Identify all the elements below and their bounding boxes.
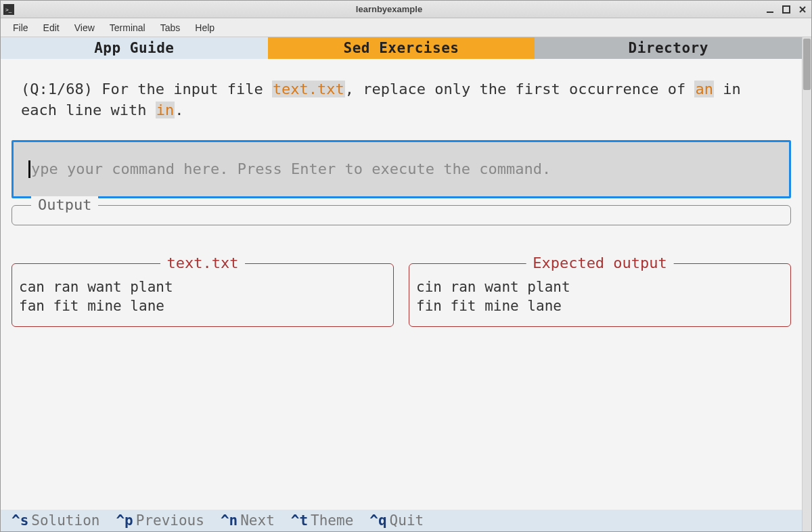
input-file-panel: text.txt can ran want plant fan fit mine…	[12, 263, 394, 328]
menu-view[interactable]: View	[68, 20, 102, 36]
expected-output-legend: Expected output	[526, 254, 674, 271]
expected-output-panel: Expected output cin ran want plant fin f…	[409, 263, 791, 328]
expected-output-content: cin ran want plant fin fit mine lane	[416, 278, 784, 316]
footer-previous[interactable]: ^pPrevious	[116, 512, 204, 529]
menu-terminal[interactable]: Terminal	[103, 20, 152, 36]
command-placeholder: ype your command here. Press Enter to ex…	[31, 160, 551, 177]
svg-rect-2	[767, 12, 773, 13]
footer-bar: ^sSolution ^pPrevious ^nNext ^tTheme ^qQ…	[1, 510, 802, 531]
footer-theme[interactable]: ^tTheme	[291, 512, 354, 529]
window-title: learnbyexample	[18, 4, 760, 14]
tab-app-guide[interactable]: App Guide	[1, 37, 268, 59]
code-filename: text.txt	[272, 81, 345, 97]
question-part: For the input file	[93, 81, 272, 97]
command-input[interactable]: ype your command here. Press Enter to ex…	[12, 140, 791, 198]
kbd-icon: ^t	[291, 512, 308, 529]
footer-label: Quit	[390, 512, 424, 529]
kbd-icon: ^p	[116, 512, 133, 529]
footer-label: Next	[240, 512, 275, 529]
content-area: App Guide Sed Exercises Directory (Q:1/6…	[1, 37, 802, 531]
kbd-icon: ^s	[12, 512, 28, 529]
menu-tabs[interactable]: Tabs	[154, 20, 187, 36]
svg-rect-3	[783, 6, 790, 13]
content-wrap: App Guide Sed Exercises Directory (Q:1/6…	[1, 37, 811, 531]
input-file-content: can ran want plant fan fit mine lane	[19, 278, 386, 316]
titlebar: >_ learnbyexample	[1, 1, 811, 18]
terminal-icon: >_	[3, 4, 14, 15]
minimize-button[interactable]	[764, 3, 776, 16]
question-counter: (Q:1/68)	[21, 81, 93, 97]
menu-edit[interactable]: Edit	[37, 20, 66, 36]
footer-label: Solution	[31, 512, 99, 529]
question-part: , replace only the first occurrence of	[345, 81, 695, 97]
vertical-scrollbar[interactable]	[802, 37, 811, 531]
maximize-button[interactable]	[780, 3, 792, 16]
text-cursor-icon	[28, 160, 30, 178]
footer-label: Previous	[136, 512, 204, 529]
tab-sed-exercises[interactable]: Sed Exercises	[268, 37, 535, 59]
code-pattern-to: in	[156, 102, 175, 118]
menubar: File Edit View Terminal Tabs Help	[1, 18, 811, 37]
spacer	[1, 327, 802, 510]
tab-directory[interactable]: Directory	[535, 37, 802, 59]
question-text: (Q:1/68) For the input file text.txt, re…	[1, 59, 802, 133]
footer-solution[interactable]: ^sSolution	[12, 512, 99, 529]
menu-file[interactable]: File	[6, 20, 35, 36]
question-part: .	[175, 102, 183, 118]
scrollbar-thumb[interactable]	[803, 39, 811, 90]
close-button[interactable]	[796, 3, 809, 16]
footer-label: Theme	[311, 512, 353, 529]
io-row: text.txt can ran want plant fan fit mine…	[12, 263, 791, 328]
command-input-wrap: ype your command here. Press Enter to ex…	[12, 140, 791, 198]
svg-text:>_: >_	[5, 7, 12, 13]
code-pattern-from: an	[694, 81, 714, 97]
output-legend: Output	[31, 196, 98, 213]
input-file-legend: text.txt	[160, 254, 246, 271]
output-panel: Output	[12, 205, 791, 225]
footer-quit[interactable]: ^qQuit	[369, 512, 424, 529]
menu-help[interactable]: Help	[188, 20, 221, 36]
footer-next[interactable]: ^nNext	[221, 512, 275, 529]
kbd-icon: ^q	[369, 512, 386, 529]
tab-bar: App Guide Sed Exercises Directory	[1, 37, 802, 59]
kbd-icon: ^n	[221, 512, 238, 529]
app-window: >_ learnbyexample File Edit View Termina…	[0, 0, 812, 532]
